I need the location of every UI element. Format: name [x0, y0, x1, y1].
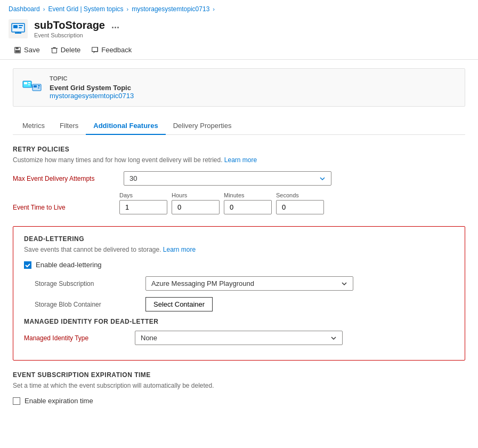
chevron-down-icon: [319, 175, 326, 182]
breadcrumb-topic[interactable]: mystoragesystemtopic0713: [132, 5, 209, 13]
enable-dead-lettering-label: Enable dead-lettering: [36, 261, 102, 269]
storage-subscription-label: Storage Subscription: [35, 280, 141, 287]
breadcrumb-sep-3: ›: [213, 6, 215, 12]
enable-dead-lettering-checkbox[interactable]: [24, 261, 31, 269]
svg-rect-8: [15, 50, 20, 52]
tab-delivery-properties[interactable]: Delivery Properties: [166, 117, 239, 135]
managed-identity-type-row: Managed Identity Type None: [24, 331, 454, 345]
chevron-down-icon: [330, 335, 337, 341]
max-delivery-value: 30: [129, 174, 137, 182]
dead-lettering-learn-more-link[interactable]: Learn more: [163, 246, 196, 253]
page-title-text: subToStorage: [34, 19, 105, 31]
enable-expiration-label: Enable expiration time: [25, 397, 93, 405]
storage-subscription-value: Azure Messaging PM Playground: [151, 279, 254, 287]
storage-blob-row: Storage Blob Container Select Container: [24, 297, 454, 311]
breadcrumb: Dashboard › Event Grid | System topics ›…: [0, 0, 478, 16]
svg-rect-1: [13, 25, 18, 28]
topic-name: Event Grid System Topic: [50, 84, 134, 92]
page-title-row: subToStorage ...: [34, 19, 121, 31]
ttl-minutes-label: Minutes: [224, 192, 272, 198]
ttl-label: Event Time to Live: [13, 192, 119, 211]
page-subtitle: Event Subscription: [34, 32, 121, 38]
chevron-down-icon: [341, 281, 347, 287]
managed-identity-type-select[interactable]: None: [135, 331, 343, 345]
save-icon: [14, 46, 21, 54]
toolbar: Save Delete Feedback: [0, 41, 478, 60]
expiration-section: EVENT SUBSCRIPTION EXPIRATION TIME Set a…: [13, 371, 465, 405]
delete-icon: [51, 46, 58, 54]
save-button[interactable]: Save: [9, 44, 45, 56]
max-delivery-label: Max Event Delivery Attempts: [13, 175, 119, 182]
feedback-icon: [91, 46, 99, 54]
svg-rect-14: [28, 82, 30, 83]
retry-policies-section: RETRY POLICIES Customize how many times …: [13, 146, 465, 214]
managed-identity-type-value: None: [141, 334, 157, 342]
ttl-minutes-input[interactable]: [224, 200, 272, 214]
managed-identity-title: MANAGED IDENTITY FOR DEAD-LETTER: [24, 318, 454, 325]
tab-additional-features[interactable]: Additional Features: [86, 117, 165, 135]
breadcrumb-system-topics[interactable]: Event Grid | System topics: [48, 5, 123, 13]
page-icon: [9, 19, 28, 38]
max-delivery-select[interactable]: 30: [124, 171, 331, 186]
tabs: Metrics Filters Additional Features Deli…: [13, 117, 465, 135]
topic-icon: [22, 77, 43, 98]
select-container-button[interactable]: Select Container: [145, 297, 213, 311]
dead-lettering-title: DEAD-LETTERING: [24, 235, 454, 243]
enable-expiration-checkbox[interactable]: [13, 397, 20, 405]
delete-button[interactable]: Delete: [45, 44, 86, 56]
ttl-row: Event Time to Live Days Hours Minutes Se…: [13, 192, 465, 214]
retry-learn-more-link[interactable]: Learn more: [224, 156, 257, 164]
storage-subscription-select[interactable]: Azure Messaging PM Playground: [145, 276, 353, 291]
tab-metrics[interactable]: Metrics: [15, 117, 52, 135]
ttl-hours-label: Hours: [172, 192, 220, 198]
topic-label: TOPIC: [50, 75, 134, 82]
topic-info: TOPIC Event Grid System Topic mystorages…: [50, 75, 134, 100]
breadcrumb-dashboard[interactable]: Dashboard: [9, 5, 40, 13]
breadcrumb-sep-1: ›: [43, 6, 45, 12]
storage-blob-label: Storage Blob Container: [35, 301, 141, 308]
svg-rect-11: [53, 47, 55, 48]
retry-policies-desc: Customize how many times and for how lon…: [13, 156, 465, 164]
ttl-inputs: Days Hours Minutes Seconds: [119, 192, 324, 214]
header-text: subToStorage ... Event Subscription: [34, 19, 121, 38]
svg-rect-3: [19, 27, 22, 28]
managed-identity-type-label: Managed Identity Type: [24, 334, 131, 342]
feedback-button[interactable]: Feedback: [86, 44, 137, 56]
retry-policies-title: RETRY POLICIES: [13, 146, 465, 153]
checkmark-icon: [25, 262, 31, 268]
ttl-hours-input[interactable]: [172, 200, 220, 214]
expiration-desc: Set a time at which the event subscripti…: [13, 382, 465, 389]
ttl-hours-field: Hours: [172, 192, 220, 214]
subscription-icon: [11, 21, 26, 36]
ttl-days-input[interactable]: [119, 200, 167, 214]
ttl-minutes-field: Minutes: [224, 192, 272, 214]
breadcrumb-sep-2: ›: [127, 6, 129, 12]
page-header: subToStorage ... Event Subscription: [0, 16, 478, 41]
ttl-days-label: Days: [119, 192, 167, 198]
svg-rect-19: [38, 87, 39, 89]
topic-card: TOPIC Event Grid System Topic mystorages…: [13, 68, 465, 107]
expiration-title: EVENT SUBSCRIPTION EXPIRATION TIME: [13, 371, 465, 379]
dead-lettering-desc: Save events that cannot be delivered to …: [24, 246, 454, 253]
svg-rect-17: [34, 85, 37, 87]
svg-rect-9: [52, 48, 56, 53]
svg-rect-13: [24, 82, 27, 84]
ttl-days-field: Days: [119, 192, 167, 214]
enable-expiration-row: Enable expiration time: [13, 397, 465, 405]
max-delivery-row: Max Event Delivery Attempts 30: [13, 171, 465, 186]
more-options-button[interactable]: ...: [109, 20, 121, 31]
topic-link[interactable]: mystoragesystemtopic0713: [50, 92, 134, 100]
svg-rect-18: [38, 85, 40, 86]
ttl-seconds-input[interactable]: [276, 200, 324, 214]
tab-filters[interactable]: Filters: [52, 117, 86, 135]
svg-rect-2: [19, 25, 23, 26]
enable-dead-lettering-row: Enable dead-lettering: [24, 261, 454, 269]
ttl-seconds-field: Seconds: [276, 192, 324, 214]
ttl-seconds-label: Seconds: [276, 192, 324, 198]
svg-rect-7: [16, 47, 19, 49]
main-content: TOPIC Event Grid System Topic mystorages…: [0, 60, 478, 421]
storage-subscription-row: Storage Subscription Azure Messaging PM …: [24, 276, 454, 291]
svg-rect-15: [28, 84, 30, 85]
dead-lettering-section: DEAD-LETTERING Save events that cannot b…: [13, 226, 465, 361]
